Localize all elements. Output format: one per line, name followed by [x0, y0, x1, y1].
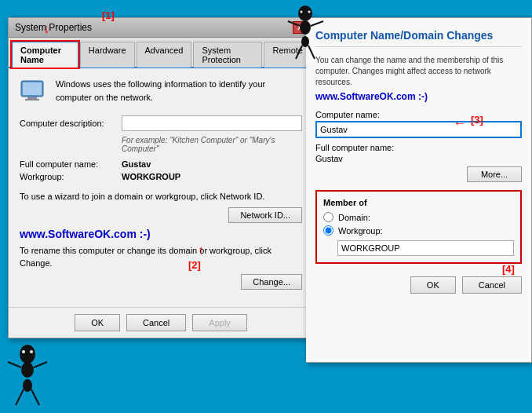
- domain-radio[interactable]: [323, 212, 333, 222]
- svg-line-19: [308, 46, 315, 59]
- tab-computer-name[interactable]: Computer Name: [12, 42, 78, 68]
- computer-icon: [20, 78, 48, 106]
- tabs-bar: Computer Name Hardware Advanced System P…: [9, 38, 313, 68]
- svg-line-16: [288, 21, 300, 26]
- tab-system-protection[interactable]: System Protection: [193, 42, 262, 68]
- svg-line-10: [31, 389, 39, 405]
- change-row: Change...: [20, 274, 302, 290]
- svg-point-4: [20, 345, 35, 364]
- right-panel-desc: You can change the name and the membersh…: [315, 55, 522, 88]
- right-ok-button[interactable]: OK: [410, 276, 456, 294]
- svg-point-5: [21, 362, 34, 378]
- network-id-description: To use a wizard to join a domain or work…: [20, 191, 302, 203]
- right-full-name-section: Full computer name: Gustav: [315, 143, 522, 163]
- tab-advanced[interactable]: Advanced: [137, 42, 192, 68]
- right-cancel-button[interactable]: Cancel: [462, 276, 522, 294]
- svg-point-21: [308, 11, 311, 13]
- ok-button[interactable]: OK: [75, 314, 120, 331]
- member-of-title: Member of: [323, 198, 514, 207]
- svg-rect-2: [27, 97, 37, 99]
- cancel-button[interactable]: Cancel: [126, 314, 186, 331]
- right-full-computer-name-label: Full computer name:: [315, 143, 522, 152]
- right-computer-name-label: Computer name:: [315, 110, 522, 119]
- dialog-titlebar: System Properties ✕: [9, 18, 313, 38]
- full-computer-name-label: Full computer name:: [20, 159, 122, 169]
- arrow-2: ↑: [198, 243, 204, 258]
- annotation-3: [3]: [471, 114, 483, 126]
- apply-button[interactable]: Apply: [192, 314, 247, 331]
- right-footer: OK Cancel: [315, 272, 522, 294]
- more-row: More...: [315, 166, 522, 182]
- svg-line-9: [16, 389, 24, 405]
- member-of-box: Member of Domain: Workgroup:: [315, 190, 522, 264]
- svg-point-13: [298, 5, 312, 21]
- arrow-1: ↓: [43, 22, 49, 36]
- tab-content: Windows uses the following information t…: [9, 68, 313, 307]
- computer-description-input[interactable]: [122, 115, 302, 131]
- mascot-right: [284, 4, 327, 63]
- workgroup-radio[interactable]: [323, 225, 333, 236]
- svg-point-12: [30, 350, 33, 353]
- tab-hardware[interactable]: Hardware: [80, 42, 135, 68]
- annotation-2: [2]: [188, 259, 201, 271]
- svg-point-11: [22, 350, 25, 353]
- svg-line-17: [311, 21, 323, 26]
- info-section: Windows uses the following information t…: [20, 78, 302, 106]
- domain-radio-row: Domain:: [323, 212, 514, 222]
- svg-rect-1: [23, 82, 42, 95]
- right-computer-name-input[interactable]: [315, 121, 522, 138]
- annotation-4: [4]: [502, 263, 515, 275]
- workgroup-label: Workgroup:: [20, 172, 122, 181]
- change-button[interactable]: Change...: [241, 274, 302, 290]
- workgroup-radio-label: Workgroup:: [338, 226, 383, 236]
- workgroup-value: WORKGROUP: [122, 172, 180, 181]
- svg-line-18: [296, 46, 302, 59]
- full-computer-name-row: Full computer name: Gustav: [20, 159, 302, 169]
- right-full-computer-name-value: Gustav: [315, 154, 522, 163]
- domain-label: Domain:: [338, 213, 370, 222]
- svg-line-7: [8, 362, 21, 367]
- svg-point-20: [301, 11, 303, 13]
- example-text: For example: "Kitchen Computer" or "Mary…: [122, 136, 302, 153]
- network-id-button[interactable]: Network ID...: [228, 207, 302, 223]
- change-description: To rename this computer or change its do…: [20, 245, 302, 269]
- network-id-row: Network ID...: [20, 207, 302, 223]
- dialog-footer: OK Cancel Apply: [9, 307, 313, 338]
- computer-description-label: Computer description:: [20, 119, 122, 128]
- arrow-3: ←: [454, 116, 466, 130]
- info-text: Windows uses the following information t…: [56, 78, 302, 104]
- svg-line-8: [34, 362, 47, 367]
- more-button[interactable]: More...: [467, 166, 522, 182]
- mascot-left: [0, 342, 55, 413]
- workgroup-row: Workgroup: WORKGROUP: [20, 172, 302, 181]
- right-panel-website: www.SoftwareOK.com :-): [315, 91, 522, 102]
- svg-point-15: [301, 36, 309, 47]
- computer-description-row: Computer description:: [20, 115, 302, 131]
- system-properties-dialog: System Properties ✕ Computer Name Hardwa…: [8, 17, 314, 338]
- full-computer-name-value: Gustav: [122, 159, 151, 169]
- annotation-1: [1]: [102, 9, 115, 21]
- right-panel-title: Computer Name/Domain Changes: [315, 29, 522, 47]
- workgroup-input[interactable]: [337, 240, 514, 256]
- softwareok-text: www.SoftwareOK.com :-): [20, 228, 302, 240]
- svg-rect-3: [25, 99, 39, 101]
- right-panel: Computer Name/Domain Changes You can cha…: [306, 17, 532, 363]
- dialog-title: System Properties: [15, 22, 92, 33]
- workgroup-radio-row: Workgroup:: [323, 225, 514, 236]
- svg-point-14: [300, 20, 311, 35]
